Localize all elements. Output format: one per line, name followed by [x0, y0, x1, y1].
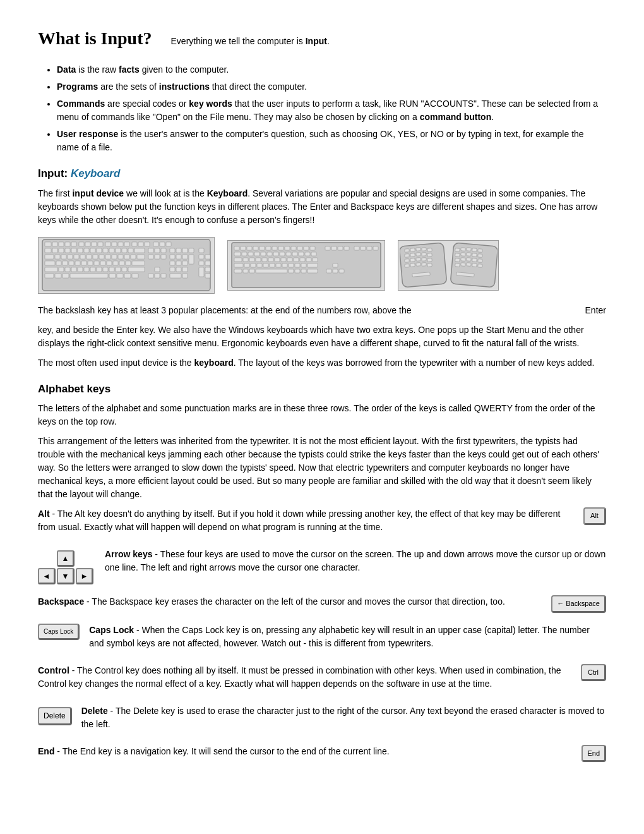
svg-rect-179 [234, 269, 242, 273]
svg-rect-180 [243, 269, 248, 273]
svg-rect-165 [306, 258, 311, 262]
svg-rect-73 [88, 261, 93, 265]
bullet-commands: Commands are special codes or key words … [57, 97, 606, 124]
svg-rect-87 [59, 267, 64, 272]
svg-rect-69 [63, 261, 68, 265]
svg-rect-76 [107, 261, 112, 265]
svg-rect-222 [472, 253, 476, 257]
svg-rect-122 [247, 246, 252, 250]
svg-rect-115 [161, 274, 166, 278]
svg-rect-209 [410, 263, 414, 267]
svg-rect-86 [45, 267, 57, 272]
control-key-section: Ctrl Control - The Control key does noth… [38, 664, 606, 697]
svg-rect-47 [74, 255, 79, 259]
svg-rect-88 [65, 267, 70, 272]
svg-rect-148 [280, 252, 285, 256]
svg-rect-67 [45, 261, 55, 265]
svg-rect-94 [103, 267, 108, 272]
end-key-image: End [581, 745, 606, 763]
svg-rect-38 [170, 248, 175, 253]
svg-rect-82 [176, 261, 181, 265]
svg-rect-214 [455, 248, 459, 252]
svg-rect-189 [333, 269, 338, 273]
svg-rect-11 [112, 242, 117, 246]
svg-rect-159 [268, 258, 273, 262]
svg-rect-92 [90, 267, 95, 272]
svg-rect-84 [199, 261, 204, 265]
backspace-key-image: ← Backspace [551, 595, 606, 613]
svg-rect-123 [253, 246, 258, 250]
svg-rect-49 [86, 255, 92, 259]
svg-rect-200 [415, 253, 420, 257]
svg-rect-45 [61, 255, 66, 259]
svg-rect-226 [466, 258, 470, 262]
svg-rect-207 [427, 258, 431, 262]
svg-rect-182 [256, 269, 287, 273]
svg-rect-134 [331, 246, 337, 250]
svg-rect-95 [109, 267, 114, 272]
svg-rect-211 [421, 263, 426, 267]
svg-rect-176 [295, 263, 300, 267]
svg-rect-133 [325, 246, 330, 250]
svg-rect-161 [281, 258, 286, 262]
svg-rect-83 [182, 261, 188, 265]
svg-rect-90 [78, 267, 83, 272]
svg-rect-40 [182, 248, 188, 253]
svg-rect-71 [75, 261, 80, 265]
svg-rect-131 [304, 246, 309, 250]
svg-rect-216 [466, 248, 470, 251]
svg-rect-34 [134, 248, 145, 253]
svg-rect-124 [259, 246, 265, 250]
svg-rect-26 [84, 248, 89, 253]
svg-rect-135 [338, 246, 343, 250]
svg-rect-81 [170, 261, 175, 265]
arrow-key-image: ▲ ◄ ▼ ► [38, 550, 93, 584]
keyboard-image-3 [398, 240, 499, 291]
svg-rect-219 [455, 253, 459, 257]
svg-rect-138 [361, 246, 366, 250]
svg-rect-146 [267, 252, 272, 256]
svg-rect-66 [205, 255, 210, 259]
svg-rect-171 [263, 263, 268, 267]
keyboard-most-used-para: The most often used input device is the … [38, 356, 606, 370]
svg-rect-70 [69, 261, 74, 265]
svg-rect-160 [275, 258, 280, 262]
svg-rect-31 [116, 248, 121, 253]
svg-rect-142 [242, 252, 247, 256]
svg-rect-89 [71, 267, 76, 272]
svg-rect-14 [132, 242, 137, 246]
svg-rect-199 [410, 253, 414, 257]
capslock-key-image: Caps Lock [38, 624, 80, 640]
svg-rect-5 [71, 242, 76, 246]
svg-rect-145 [261, 252, 266, 256]
svg-rect-102 [182, 267, 188, 272]
svg-rect-149 [286, 252, 291, 256]
svg-rect-168 [244, 263, 249, 267]
backslash-para: The backslash key has at least 3 popular… [38, 304, 606, 317]
svg-rect-20 [45, 248, 51, 253]
svg-rect-185 [301, 269, 306, 273]
svg-rect-215 [460, 248, 465, 251]
svg-rect-112 [132, 274, 138, 278]
svg-rect-210 [415, 263, 420, 267]
svg-rect-230 [460, 263, 465, 267]
svg-rect-183 [289, 269, 294, 273]
svg-rect-2 [52, 242, 57, 246]
svg-rect-65 [199, 255, 204, 259]
svg-rect-164 [300, 258, 305, 262]
keyboard-image-2 [227, 240, 385, 291]
svg-rect-37 [161, 248, 166, 253]
svg-rect-63 [182, 255, 188, 259]
svg-rect-162 [287, 258, 292, 262]
svg-rect-60 [161, 255, 166, 259]
svg-rect-42 [199, 248, 204, 253]
svg-rect-194 [410, 248, 414, 252]
svg-rect-233 [477, 264, 482, 268]
svg-rect-7 [85, 242, 90, 246]
svg-rect-147 [273, 252, 278, 256]
svg-rect-98 [128, 267, 145, 272]
svg-rect-100 [170, 267, 175, 272]
svg-rect-197 [427, 248, 431, 252]
alt-key-image: Alt [583, 507, 606, 525]
svg-rect-120 [234, 246, 239, 250]
